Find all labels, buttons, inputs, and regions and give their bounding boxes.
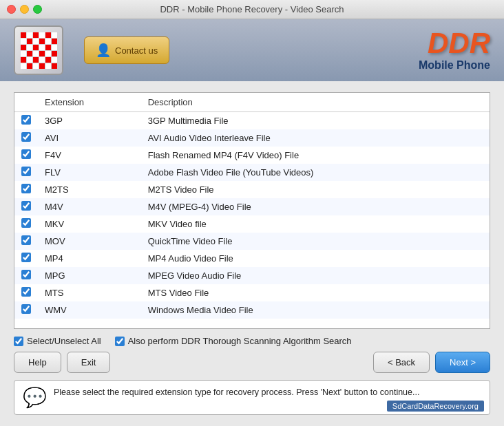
- table-row: F4VFlash Renamed MP4 (F4V Video) File: [14, 147, 490, 164]
- row-checkbox[interactable]: [21, 149, 31, 159]
- thorough-scan-checkbox[interactable]: [115, 337, 125, 346]
- table-row: MOVQuickTime Video File: [14, 233, 490, 250]
- exit-button[interactable]: Exit: [67, 352, 111, 373]
- next-button[interactable]: Next >: [435, 352, 490, 373]
- back-button[interactable]: < Back: [373, 352, 430, 373]
- row-checkbox[interactable]: [21, 270, 31, 279]
- table-row: MP4MP4 Audio Video File: [14, 250, 490, 267]
- cell-extension: 3GP: [38, 112, 141, 130]
- cell-description: AVI Audio Video Interleave File: [141, 129, 490, 147]
- cell-description: Adobe Flash Video File (YouTube Videos): [141, 164, 490, 181]
- file-type-table-container[interactable]: Extension Description 3GP3GP Multimedia …: [14, 92, 490, 329]
- bottom-controls: Select/Unselect All Also perform DDR Tho…: [14, 336, 490, 373]
- cell-description: MKV Video file: [141, 215, 490, 233]
- watermark: SdCardDataRecovery.org: [387, 401, 484, 412]
- row-checkbox[interactable]: [21, 115, 31, 125]
- table-row: MKVMKV Video file: [14, 215, 490, 233]
- cell-description: 3GP Multimedia File: [141, 112, 490, 130]
- row-checkbox[interactable]: [21, 304, 31, 314]
- cell-description: MPEG Video Audio File: [141, 267, 490, 284]
- cell-extension: F4V: [38, 147, 141, 164]
- brand-name: DDR: [419, 29, 490, 58]
- table-row: M4VM4V (MPEG-4) Video File: [14, 198, 490, 215]
- help-button[interactable]: Help: [14, 352, 61, 373]
- table-row: AVIAVI Audio Video Interleave File: [14, 129, 490, 147]
- info-icon: 💬: [23, 386, 47, 409]
- header: 👤 Contact us DDR Mobile Phone: [0, 19, 504, 81]
- select-all-checkbox[interactable]: [14, 337, 23, 346]
- cell-extension: MOV: [38, 233, 141, 250]
- row-checkbox[interactable]: [21, 184, 31, 193]
- cell-extension: FLV: [38, 164, 141, 181]
- cell-description: Flash Renamed MP4 (F4V Video) File: [141, 147, 490, 164]
- row-checkbox[interactable]: [21, 167, 31, 176]
- cell-extension: MP4: [38, 250, 141, 267]
- cell-description: MTS Video File: [141, 284, 490, 301]
- select-all-text: Select/Unselect All: [27, 336, 101, 346]
- row-checkbox[interactable]: [21, 132, 31, 142]
- brand-sub: Mobile Phone: [419, 59, 490, 72]
- row-checkbox[interactable]: [21, 253, 31, 262]
- cell-extension: WMV: [38, 301, 141, 319]
- table-row: WMVWindows Media Video File: [14, 301, 490, 319]
- row-checkbox[interactable]: [21, 287, 31, 297]
- minimize-button[interactable]: [20, 5, 29, 14]
- row-checkbox[interactable]: [21, 201, 31, 211]
- contact-icon: 👤: [96, 43, 111, 58]
- col-checkbox: [14, 93, 38, 112]
- col-extension: Extension: [38, 93, 141, 112]
- logo-box: [14, 25, 63, 75]
- contact-button[interactable]: 👤 Contact us: [84, 36, 169, 64]
- table-row: M2TSM2TS Video File: [14, 181, 490, 198]
- cell-description: MP4 Audio Video File: [141, 250, 490, 267]
- cell-extension: M4V: [38, 198, 141, 215]
- thorough-scan-text: Also perform DDR Thorough Scanning Algor…: [128, 336, 352, 346]
- brand-area: DDR Mobile Phone: [419, 29, 490, 72]
- cell-extension: M2TS: [38, 181, 141, 198]
- window-title: DDR - Mobile Phone Recovery - Video Sear…: [160, 4, 344, 14]
- info-bar: 💬 Please select the required extension t…: [14, 380, 490, 415]
- cell-extension: MTS: [38, 284, 141, 301]
- check-row: Select/Unselect All Also perform DDR Tho…: [14, 336, 490, 346]
- table-row: 3GP3GP Multimedia File: [14, 112, 490, 130]
- row-checkbox[interactable]: [21, 235, 31, 245]
- table-header-row: Extension Description: [14, 93, 490, 112]
- cell-extension: AVI: [38, 129, 141, 147]
- title-bar: DDR - Mobile Phone Recovery - Video Sear…: [0, 0, 504, 19]
- cell-description: M2TS Video File: [141, 181, 490, 198]
- thorough-scan-label[interactable]: Also perform DDR Thorough Scanning Algor…: [115, 336, 352, 346]
- close-button[interactable]: [7, 5, 16, 14]
- row-checkbox[interactable]: [21, 218, 31, 228]
- button-row: Help Exit < Back Next >: [14, 352, 490, 373]
- info-message: Please select the required extension typ…: [54, 386, 481, 399]
- file-type-table: Extension Description 3GP3GP Multimedia …: [14, 93, 490, 319]
- main-content: Extension Description 3GP3GP Multimedia …: [0, 81, 504, 426]
- select-all-label[interactable]: Select/Unselect All: [14, 336, 101, 346]
- cell-description: M4V (MPEG-4) Video File: [141, 198, 490, 215]
- table-row: MTSMTS Video File: [14, 284, 490, 301]
- col-description: Description: [141, 93, 490, 112]
- cell-extension: MPG: [38, 267, 141, 284]
- cell-extension: MKV: [38, 215, 141, 233]
- traffic-lights: [7, 5, 42, 14]
- table-row: FLVAdobe Flash Video File (YouTube Video…: [14, 164, 490, 181]
- maximize-button[interactable]: [33, 5, 42, 14]
- cell-description: QuickTime Video File: [141, 233, 490, 250]
- contact-label: Contact us: [115, 45, 158, 56]
- logo-grid: [21, 32, 57, 69]
- cell-description: Windows Media Video File: [141, 301, 490, 319]
- table-row: MPGMPEG Video Audio File: [14, 267, 490, 284]
